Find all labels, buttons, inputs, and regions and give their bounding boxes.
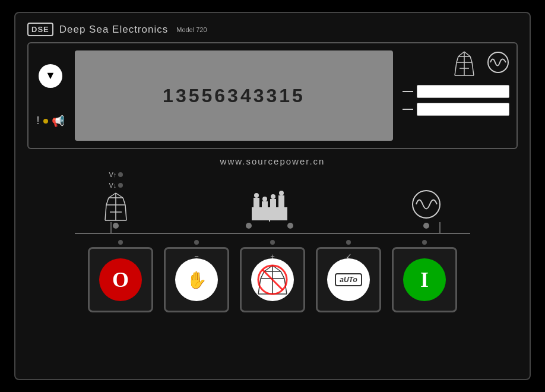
main-display: 13556343315 xyxy=(75,50,393,141)
control-panel: DSE Deep Sea Electronics Model 720 ! 📢 1… xyxy=(14,12,531,380)
stop-button[interactable]: O xyxy=(88,247,153,312)
model-label: Model 720 xyxy=(176,26,207,33)
auto-button[interactable]: ✓ aUTo xyxy=(316,247,381,312)
company-name: Deep Sea Electronics xyxy=(59,24,168,36)
logo-text: DSE xyxy=(31,25,49,34)
schematic-row: V↑ V↓ xyxy=(27,170,518,229)
indicator-row-2 xyxy=(403,103,509,116)
schem-node-right xyxy=(287,223,293,229)
schem-right-node xyxy=(423,223,429,229)
manual-button[interactable]: − ✋ xyxy=(164,247,229,312)
right-indicators xyxy=(403,50,509,141)
v-down-led xyxy=(118,183,123,188)
speaker-icon: 📢 xyxy=(52,115,65,128)
hand-icon: ✋ xyxy=(186,270,207,290)
indicator-bar-1 xyxy=(417,85,509,98)
factory-icon xyxy=(249,189,290,222)
start-label: I xyxy=(420,267,429,292)
indicator-line-1 xyxy=(403,91,413,92)
logo-box: DSE xyxy=(27,23,53,36)
v-up-led xyxy=(118,172,123,177)
stop-button-container: O xyxy=(88,240,153,312)
logo: DSE xyxy=(27,23,53,36)
auto-button-container: ✓ aUTo xyxy=(316,240,381,312)
website-text: www.sourcepower.cn xyxy=(27,156,518,166)
svg-line-5 xyxy=(464,52,470,56)
stop-label: O xyxy=(112,267,129,292)
down-arrow-button[interactable] xyxy=(39,64,62,88)
voltage-up: V↑ xyxy=(109,170,123,181)
svg-point-31 xyxy=(279,191,284,195)
exclamation-icon: ! xyxy=(36,115,39,127)
schem-node-left xyxy=(246,223,252,229)
svg-rect-25 xyxy=(262,201,268,208)
start-circle: I xyxy=(403,258,446,301)
schem-center xyxy=(246,189,293,229)
svg-line-21 xyxy=(125,205,126,220)
minus-indicator: − xyxy=(194,252,199,261)
indicator-row-1 xyxy=(403,85,509,98)
svg-point-29 xyxy=(262,197,267,201)
svg-line-6 xyxy=(457,56,458,62)
voltage-labels: V↑ V↓ xyxy=(109,170,123,191)
stop-led xyxy=(118,240,123,245)
mains-off-circle xyxy=(251,258,294,301)
manual-button-container: − ✋ xyxy=(164,240,229,312)
svg-line-17 xyxy=(116,193,123,198)
auto-circle: aUTo xyxy=(327,258,370,301)
schem-center-nodes xyxy=(246,223,293,229)
svg-rect-23 xyxy=(252,207,287,220)
top-right-icons xyxy=(403,50,509,77)
svg-line-16 xyxy=(109,193,116,198)
check-indicator: ✓ xyxy=(346,252,352,261)
sine-wave-icon-top xyxy=(487,51,509,77)
header: DSE Deep Sea Electronics Model 720 xyxy=(27,23,518,36)
stop-circle: O xyxy=(99,258,142,301)
mains-off-button[interactable]: + xyxy=(240,247,305,312)
auto-label: aUTo xyxy=(335,273,362,286)
alert-icons: ! 📢 xyxy=(36,115,64,128)
svg-rect-27 xyxy=(278,195,284,208)
tower-icon-top xyxy=(454,50,475,77)
schematic-section: V↑ V↓ xyxy=(27,170,518,235)
horizontal-wire xyxy=(75,233,470,234)
right-vert-wire xyxy=(439,222,441,234)
sine-wave-icon-schem xyxy=(411,189,441,219)
auto-led xyxy=(346,240,351,245)
svg-line-19 xyxy=(123,198,125,205)
voltage-down: V↓ xyxy=(109,181,123,191)
schem-left-node xyxy=(113,223,119,229)
start-led xyxy=(422,240,427,245)
manual-led xyxy=(194,240,199,245)
start-button-container: I xyxy=(392,240,457,312)
svg-line-9 xyxy=(472,62,474,75)
manual-circle: ✋ xyxy=(175,258,218,301)
schem-right xyxy=(411,189,441,229)
svg-line-4 xyxy=(458,52,464,56)
mains-off-led xyxy=(270,240,275,245)
alert-led xyxy=(43,119,48,124)
schem-left: V↑ V↓ xyxy=(104,170,128,229)
mains-off-button-container: + xyxy=(240,240,305,312)
buttons-section: O − ✋ + xyxy=(27,240,518,312)
svg-line-20 xyxy=(105,205,106,220)
start-button[interactable]: I xyxy=(392,247,457,312)
svg-point-30 xyxy=(271,194,275,199)
indicator-bar-2 xyxy=(417,103,509,116)
no-tower-icon xyxy=(256,263,289,296)
svg-line-18 xyxy=(106,198,109,205)
svg-rect-26 xyxy=(270,199,276,208)
svg-line-8 xyxy=(455,62,457,75)
manual-top xyxy=(194,240,199,245)
indicator-line-2 xyxy=(403,109,413,110)
svg-line-7 xyxy=(470,56,472,62)
svg-rect-24 xyxy=(254,198,259,208)
display-section: ! 📢 13556343315 xyxy=(27,42,518,149)
tower-icon-schem-left xyxy=(104,192,128,222)
display-number: 13556343315 xyxy=(163,85,305,107)
plus-indicator: + xyxy=(270,252,275,261)
left-icons: ! 📢 xyxy=(36,50,65,141)
svg-point-28 xyxy=(254,193,259,198)
left-vert-wire xyxy=(110,222,112,234)
